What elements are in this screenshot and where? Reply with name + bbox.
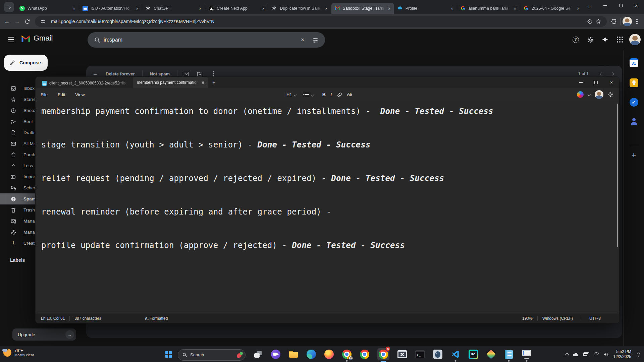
help-button[interactable]: ? bbox=[569, 33, 582, 46]
tab-close-icon[interactable]: × bbox=[260, 6, 266, 11]
start-button[interactable] bbox=[162, 348, 175, 361]
copilot-icon[interactable] bbox=[577, 91, 584, 98]
clear-search-icon[interactable]: × bbox=[296, 34, 309, 46]
browser-tab-isij[interactable]: ISIJ - Automation/Flo × bbox=[79, 3, 142, 14]
tab-close-icon[interactable]: × bbox=[71, 6, 77, 11]
delete-forever-button[interactable]: Delete forever bbox=[106, 71, 135, 76]
forward-button[interactable]: → bbox=[12, 16, 22, 26]
wifi-button[interactable] bbox=[593, 352, 599, 357]
bold-button[interactable]: B bbox=[322, 92, 326, 97]
browser-tab-create-next-app[interactable]: Create Next App × bbox=[205, 3, 268, 14]
system-monitor-button[interactable] bbox=[397, 349, 407, 359]
notes-app-button[interactable] bbox=[504, 349, 514, 359]
browser-tab-allahumma[interactable]: allahumma barik laha × bbox=[457, 3, 520, 14]
get-addons-button[interactable]: + bbox=[629, 150, 639, 160]
tab-close-icon[interactable]: × bbox=[386, 6, 392, 11]
clear-format-button[interactable]: Ab bbox=[347, 92, 352, 97]
browser-tab-profile[interactable]: Profile × bbox=[394, 3, 457, 14]
compose-button[interactable]: Compose bbox=[4, 55, 48, 71]
tab-close-icon[interactable]: × bbox=[197, 6, 203, 11]
remote-monitor-button[interactable] bbox=[522, 349, 532, 359]
settings-button[interactable] bbox=[584, 33, 597, 46]
maximize-button[interactable] bbox=[613, 0, 629, 11]
reload-button[interactable] bbox=[22, 16, 32, 26]
search-icon[interactable] bbox=[91, 34, 104, 46]
line-ending[interactable]: Windows (CRLF) bbox=[542, 316, 573, 321]
minimize-button[interactable] bbox=[598, 0, 613, 11]
browser-tab-duplicate-flow[interactable]: Duplicate flow in Sale × bbox=[268, 3, 331, 14]
chevron-down-icon[interactable] bbox=[588, 93, 591, 96]
gemini-button[interactable] bbox=[598, 33, 612, 46]
task-view-button[interactable] bbox=[253, 349, 263, 359]
heading-dropdown[interactable]: H1 bbox=[286, 92, 297, 97]
contacts-panel-button[interactable] bbox=[629, 117, 639, 127]
format-state[interactable]: A Formatted bbox=[145, 316, 168, 321]
italic-button[interactable]: I bbox=[330, 92, 332, 98]
firefox-button[interactable] bbox=[324, 349, 334, 359]
vscode-button[interactable] bbox=[450, 349, 461, 359]
tab-close-icon[interactable]: × bbox=[575, 6, 581, 11]
menu-edit[interactable]: Edit bbox=[53, 92, 70, 97]
postgresql-button[interactable] bbox=[433, 349, 443, 359]
browser-tab-gmail-active[interactable]: Sandbox: Stage Trans × bbox=[331, 3, 394, 14]
weather-widget[interactable]: 76°F Mostly clear bbox=[3, 348, 34, 357]
tab-close-icon[interactable]: × bbox=[324, 6, 329, 11]
tab-close-icon[interactable]: × bbox=[512, 6, 518, 11]
file-explorer-button[interactable] bbox=[288, 349, 299, 359]
volume-button[interactable] bbox=[603, 352, 609, 357]
encoding[interactable]: UTF-8 bbox=[589, 316, 601, 321]
chrome-profile2-button[interactable] bbox=[360, 349, 370, 359]
new-tab-button[interactable]: + bbox=[584, 2, 594, 12]
browser-tab-whatsapp[interactable]: WhatsApp × bbox=[16, 3, 79, 14]
notepad-new-tab-button[interactable]: + bbox=[212, 79, 215, 85]
calendar-panel-button[interactable]: 31 bbox=[629, 58, 639, 68]
browser-profile-avatar[interactable] bbox=[623, 17, 632, 26]
browser-tab-google-search[interactable]: 2025-64 - Google Se × bbox=[520, 3, 583, 14]
edge-button[interactable] bbox=[306, 349, 316, 359]
close-button[interactable]: × bbox=[604, 77, 619, 88]
notepad-settings-button[interactable] bbox=[608, 92, 614, 98]
gmail-account-avatar[interactable] bbox=[629, 34, 641, 45]
prism-app-button[interactable] bbox=[486, 349, 496, 359]
search-filter-icon[interactable] bbox=[309, 34, 322, 46]
hidden-icons-button[interactable] bbox=[566, 353, 568, 356]
extensions-icon[interactable] bbox=[609, 17, 618, 26]
editor-scrollbar[interactable] bbox=[617, 104, 618, 247]
minimize-button[interactable] bbox=[573, 77, 588, 88]
menu-file[interactable]: File bbox=[36, 92, 53, 97]
tab-close-icon[interactable]: × bbox=[134, 6, 140, 11]
zoom-level[interactable]: 190% bbox=[522, 316, 533, 321]
onedrive-button[interactable] bbox=[573, 352, 579, 357]
text-editor-area[interactable]: membership payment confirmation to donor… bbox=[36, 101, 619, 313]
notepad-account-avatar[interactable] bbox=[595, 90, 603, 99]
touch-keyboard-button[interactable] bbox=[583, 352, 589, 356]
bookmark-star-icon[interactable] bbox=[594, 17, 603, 26]
gmail-search-bar[interactable]: × bbox=[88, 32, 325, 48]
url-text[interactable]: mail.google.com/mail/u/0/?ogbl#spam/FMfc… bbox=[51, 19, 585, 24]
back-button[interactable]: ← bbox=[2, 16, 12, 26]
notifications-button[interactable] bbox=[636, 352, 641, 357]
chrome-profile3-button-active[interactable]: S bbox=[377, 348, 389, 360]
not-spam-button[interactable]: Not spam bbox=[150, 71, 170, 76]
pycharm-button[interactable]: PC bbox=[468, 349, 478, 359]
tab-close-icon[interactable]: × bbox=[449, 6, 455, 11]
list-dropdown[interactable] bbox=[305, 93, 314, 97]
taskbar-clock[interactable]: 5:52 PM 12/2/2025 bbox=[613, 349, 631, 359]
address-bar[interactable]: mail.google.com/mail/u/0/?ogbl#spam/FMfc… bbox=[35, 16, 607, 27]
reading-mode-icon[interactable] bbox=[585, 17, 594, 26]
close-button[interactable]: × bbox=[629, 0, 644, 11]
search-input[interactable] bbox=[104, 37, 296, 43]
terminal-button[interactable] bbox=[415, 349, 425, 359]
tab-search-button[interactable] bbox=[4, 2, 14, 12]
browser-tab-chatgpt[interactable]: ChatGPT × bbox=[142, 3, 205, 14]
taskbar-search-box[interactable]: Search bbox=[178, 349, 246, 361]
maximize-button[interactable] bbox=[588, 77, 604, 88]
chrome-profile1-button[interactable] bbox=[342, 349, 352, 359]
main-menu-button[interactable] bbox=[6, 35, 16, 45]
browser-menu-button[interactable] bbox=[632, 16, 642, 26]
notepad-tab-client-secret[interactable]: client_secret_2_60053885332-2reqe52rribc bbox=[38, 78, 133, 88]
notepad-tab-membership[interactable]: membership payment confirmation bbox=[133, 77, 208, 88]
chat-app-button[interactable] bbox=[271, 349, 281, 359]
google-apps-button[interactable] bbox=[613, 33, 627, 46]
keep-panel-button[interactable] bbox=[629, 78, 639, 88]
